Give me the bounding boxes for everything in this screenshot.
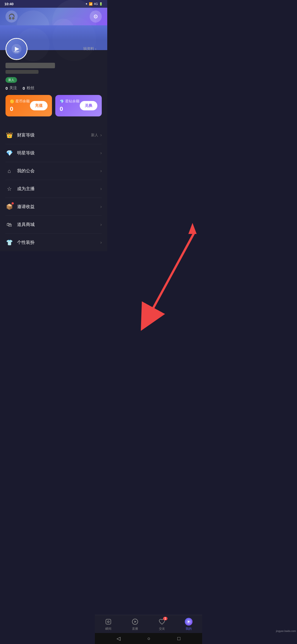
recharge-button[interactable]: 充值 [30,101,48,110]
chevron-fashion-icon: › [100,240,102,245]
menu-label-streamer: 成为主播 [17,186,35,192]
wifi-icon: 📶 [89,2,93,6]
coin-icon: 🟡 [10,99,14,103]
menu-label-guild: 我的公会 [17,168,35,174]
status-bar: 10:40 ✦ 📶 4G 🔋 [0,0,107,8]
star-coin-card: 🟡 星币余额 0 充值 [6,95,52,116]
star-diamond-amount: 0 [60,105,79,113]
menu-left-star: 💎 明星等级 [6,149,35,157]
diamond-icon: 💎 [60,99,64,103]
chevron-guild-icon: › [100,168,102,173]
avatar [6,38,28,60]
fans-label: 粉丝 [27,86,34,91]
invite-icon: 📦 [6,203,13,211]
menu-item-shop[interactable]: 🛍 道具商城 › [6,216,102,234]
menu-right-invite: › [100,204,102,209]
crown-icon: 👑 [6,131,13,139]
menu-item-fashion[interactable]: 👕 个性装扮 › [6,234,102,251]
chevron-streamer-icon: › [100,186,102,191]
star-diamond-title: 💎 星钻余额 [60,99,79,104]
newbie-badge: 新人 [6,77,17,83]
menu-label-wealth: 财富等级 [17,132,35,138]
chevron-right-icon: › [95,47,96,51]
wealth-status: 新人 [91,133,98,138]
currency-row: 🟡 星币余额 0 充值 💎 星钻余额 0 兑换 [6,95,102,116]
app-logo-icon [11,43,22,54]
user-id-bar [6,70,38,74]
exchange-button[interactable]: 兑换 [80,101,97,110]
menu-right-guild: › [100,168,102,173]
chevron-star-icon: › [100,151,102,155]
star-icon: ☆ [6,185,13,193]
chevron-shop-icon: › [100,222,102,227]
star-coin-amount: 0 [10,105,30,113]
profile-card: 辑资料 › 新人 0 关注 0 粉丝 🟡 星币余额 0 充值 [0,47,107,126]
star-coin-title: 🟡 星币余额 [10,99,30,104]
follow-label: 关注 [9,86,17,91]
headphones-button[interactable]: 🎧 [6,10,18,23]
star-coin-left: 🟡 星币余额 0 [10,99,30,113]
svg-rect-3 [15,52,18,53]
avatar-inner [6,39,27,59]
follow-number: 0 [6,86,8,91]
menu-left-fashion: 👕 个性装扮 [6,239,35,246]
menu-right-star: › [100,151,102,155]
menu-item-guild[interactable]: ⌂ 我的公会 › [6,162,102,180]
menu-left-streamer: ☆ 成为主播 [6,185,35,193]
fans-count[interactable]: 0 粉丝 [23,86,34,91]
chevron-invite-icon: › [100,204,102,209]
edit-profile-button[interactable]: 辑资料 › [83,46,96,51]
menu-right-fashion: › [100,240,102,245]
menu-item-streamer[interactable]: ☆ 成为主播 › [6,180,102,198]
invite-notification-dot [12,202,14,204]
menu-label-invite: 邀请收益 [17,204,35,210]
fashion-icon: 👕 [6,239,13,246]
edit-profile-label: 辑资料 [83,46,94,51]
shop-icon: 🛍 [6,221,13,228]
chevron-wealth-icon: › [100,133,102,138]
menu-item-invite[interactable]: 📦 邀请收益 › [6,198,102,216]
username-bar [6,63,55,68]
star-diamond-left: 💎 星钻余额 0 [60,99,79,113]
menu-label-shop: 道具商城 [17,222,35,228]
battery-icon: 🔋 [99,2,103,6]
menu-left-shop: 🛍 道具商城 [6,221,35,228]
menu-item-wealth[interactable]: 👑 财富等级 新人 › [6,126,102,144]
menu-label-fashion: 个性装扮 [17,240,35,245]
top-nav: 🎧 ⚙ [0,8,107,25]
fans-number: 0 [23,86,25,91]
signal-icon: 4G [94,2,98,6]
menu-right-streamer: › [100,186,102,191]
svg-rect-2 [14,51,19,52]
status-time: 10:40 [4,2,13,6]
diamond-menu-icon: 💎 [6,149,13,157]
menu-item-star[interactable]: 💎 明星等级 › [6,144,102,162]
menu-left-invite: 📦 邀请收益 [6,203,35,211]
menu-section: 👑 财富等级 新人 › 💎 明星等级 › ⌂ 我的公会 › ☆ 成为主播 [0,126,107,251]
follow-count[interactable]: 0 关注 [6,86,17,91]
menu-label-star: 明星等级 [17,150,35,156]
headphones-icon: 🎧 [8,13,15,20]
menu-right-shop: › [100,222,102,227]
star-diamond-card: 💎 星钻余额 0 兑换 [55,95,102,116]
follow-row: 0 关注 0 粉丝 [6,86,102,91]
guild-icon: ⌂ [6,167,13,175]
menu-left-wealth: 👑 财富等级 [6,131,35,139]
menu-left-guild: ⌂ 我的公会 [6,167,35,175]
menu-right-wealth: 新人 › [91,133,102,138]
